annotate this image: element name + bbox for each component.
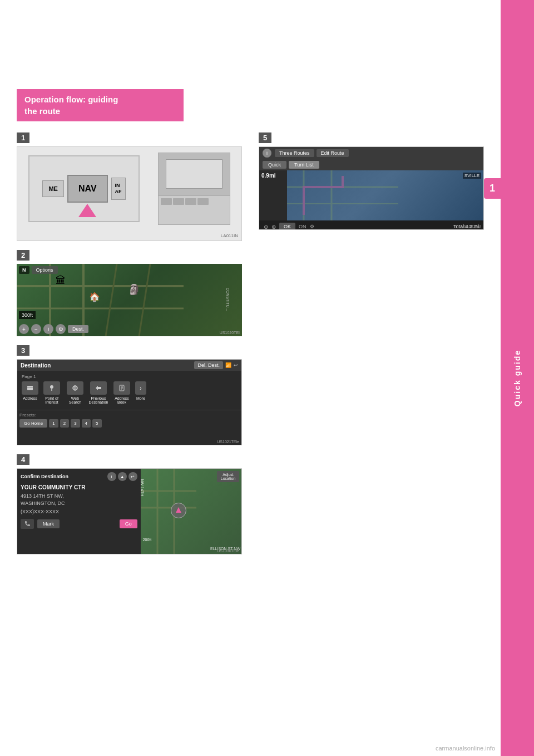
step-4: 4 Confirm Destination i ▲ ↩ YOUR COMMUN [17,454,242,554]
map-building-icon: 🏠 [89,292,100,302]
options-button[interactable]: Options [32,266,58,274]
step-3: 3 Destination Del. Dest. 📶 ↩ Page 1 [17,345,242,445]
section-title: Operation flow: guiding the route [24,94,176,117]
route-distance-top: 0.9mi [261,173,285,179]
presets-label: Presets: [19,413,239,418]
turn-list-tab[interactable]: Turn List [289,161,319,169]
zoom-out-button[interactable]: − [31,324,41,334]
zoom-in-button[interactable]: + [19,324,29,334]
confirm-map-panel: NW 14TH 200ft ELLISON ST NW Adjust Locat… [141,469,241,554]
quick-tab[interactable]: Quick [263,161,286,169]
poi-option[interactable]: Point of Interest [42,381,62,404]
main-content: Operation flow: guiding the route 1 ME [0,0,501,756]
right-column: 5 i Three Routes Edit Route Quick Turn L… [259,132,484,554]
step-4-label: 4 [17,454,29,465]
back-icon-confirm: ↩ [128,472,137,481]
section-title-box: Operation flow: guiding the route [17,89,184,121]
more-icon: › [135,381,146,395]
map-toolbar: N Options [19,266,58,274]
route-plus-indicator: ⊕ [271,224,276,230]
del-dest-button[interactable]: Del. Dest. [194,361,223,369]
poi-icon [43,381,60,395]
adjust-location-button[interactable]: Adjust Location [217,471,239,482]
route-info-icon: i [263,149,271,158]
preset-1-button[interactable]: 1 [49,419,58,428]
route-dist-indicator: ⊖ [264,224,268,230]
map-info-button[interactable]: i [43,324,53,334]
step-2-label: 2 [17,250,29,261]
preset-3-button[interactable]: 3 [71,419,80,428]
phone-button[interactable] [21,519,34,529]
route-settings-icon[interactable]: ⚙ [310,224,314,229]
preset-5-button[interactable]: 5 [92,419,101,428]
address-option[interactable]: Address [22,381,38,404]
step-5-img-label: US1031TEI [461,224,481,228]
city-label: SVILLE [463,173,481,179]
preset-4-button[interactable]: 4 [82,419,91,428]
route-map-area: 0.9mi SVILLE [259,170,483,220]
map-monument-icon: 🗿 [128,283,140,296]
previous-dest-option[interactable]: Previous Destination [88,381,108,404]
preset-2-button[interactable]: 2 [60,419,69,428]
mark-button[interactable]: Mark [37,519,60,528]
ok-button[interactable]: OK [279,223,295,230]
on-label: ON [299,224,306,229]
left-column: 1 ME NAV [17,132,242,554]
step-5-image: i Three Routes Edit Route Quick Turn Lis… [259,146,484,230]
step-5-label: 5 [259,132,271,143]
destination-icons-area: Page 1 Address [17,371,241,408]
signal-icon: 📶 [225,362,231,368]
me-button[interactable]: ME [42,180,64,197]
info-circle-icon: i [107,472,116,481]
signal-icon-confirm: ▲ [118,472,127,481]
step-1-img-label: LA011IN [221,233,238,238]
page-label: Page 1 [19,374,239,381]
watermark: carmanualsonline.info [436,745,495,752]
map-bottom-controls: + − i ⚙ Dest. [19,324,88,334]
step-4-image: Confirm Destination i ▲ ↩ YOUR COMMUNITY… [17,468,242,554]
in-af-button[interactable]: INAF [111,178,126,200]
route-bottom-bar: ⊖ ⊕ OK ON ⚙ Total 4.2 mi [259,220,483,230]
address-book-icon [113,381,130,395]
more-option[interactable]: › More [135,381,146,404]
distance-label: 200ft [143,538,152,542]
dest-button[interactable]: Dest. [68,325,88,333]
destination-address: 4913 14TH ST NW, WASHINGTON, DC [21,493,137,507]
map-settings-button[interactable]: ⚙ [56,324,66,334]
step-3-img-label: US1021TEle [217,440,239,444]
sidebar-label: Quick guide [513,350,522,406]
address-book-option[interactable]: Address Book [112,381,132,404]
svg-line-4 [106,264,117,336]
nav-button[interactable]: NAV [67,175,108,203]
right-console-panel [158,153,230,225]
three-routes-tab[interactable]: Three Routes [275,149,314,157]
right-sidebar: Quick guide [501,0,534,756]
destination-phone: (XXX)XXX-XXXX [21,509,137,514]
step-3-image: Destination Del. Dest. 📶 ↩ Page 1 [17,359,242,445]
go-home-button[interactable]: Go Home [19,419,47,428]
go-button[interactable]: Go [120,519,137,528]
step-2: 2 🏛 🏠 🗿 [17,250,242,336]
svg-line-5 [139,264,150,336]
presets-buttons: Go Home 1 2 3 4 5 [19,419,239,428]
route-map: SVILLE [287,170,483,220]
destination-name: YOUR COMMUNITY CTR [21,484,137,490]
confirm-header-icons: i ▲ ↩ [107,472,137,481]
destination-header: Destination Del. Dest. 📶 ↩ [17,360,241,371]
step-1-label: 1 [17,132,29,143]
north-indicator: N [19,266,29,274]
map-poi-icon: 🏛 [56,275,66,287]
confirm-action-buttons: Mark Go [21,519,137,529]
web-search-option[interactable]: Web Search [65,381,85,404]
back-icon: ↩ [234,362,238,368]
edit-route-tab[interactable]: Edit Route [317,149,349,157]
destination-icons-grid: Address Point of Interest [19,381,239,404]
map-distance-indicator: 300ft [19,311,36,319]
step-1-image: ME NAV INAF [17,146,242,241]
confirm-header: Confirm Destination i ▲ ↩ [21,472,137,481]
web-search-icon [67,381,83,395]
step-5: 5 i Three Routes Edit Route Quick Turn L… [259,132,484,230]
street-name-1: NW 14TH [140,479,144,497]
step-1: 1 ME NAV [17,132,242,241]
address-icon [22,381,38,395]
